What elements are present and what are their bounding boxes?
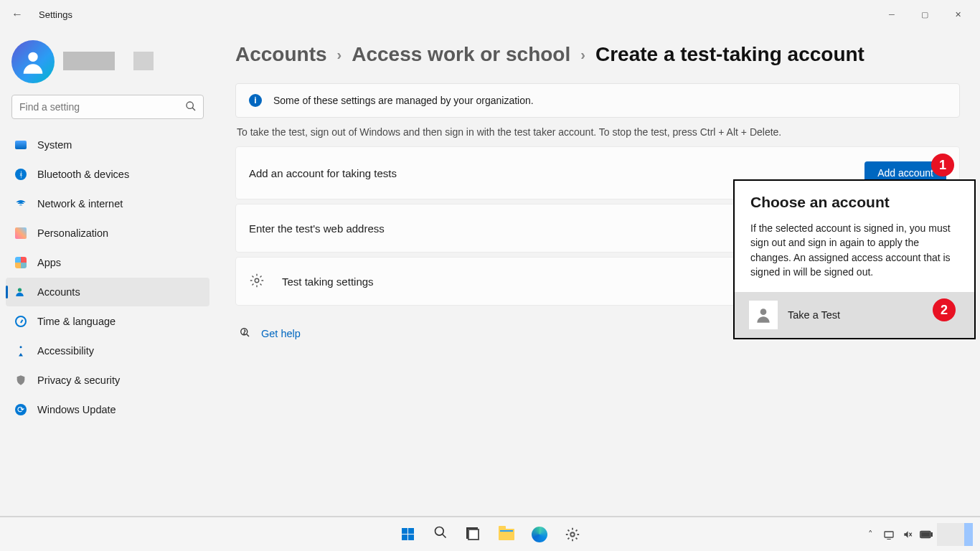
- back-button[interactable]: ←: [6, 8, 29, 21]
- svg-line-2: [192, 108, 195, 110]
- task-view-button[interactable]: [459, 520, 488, 549]
- search-input[interactable]: [11, 95, 204, 119]
- svg-point-4: [20, 346, 22, 348]
- sidebar-item-personalization[interactable]: Personalization: [6, 219, 209, 248]
- org-managed-text: Some of these settings are managed by yo…: [273, 95, 534, 106]
- edge-button[interactable]: [525, 520, 554, 549]
- folder-icon: [499, 529, 514, 540]
- monitor-icon: [14, 138, 27, 151]
- breadcrumb-access-work-school[interactable]: Access work or school: [352, 43, 570, 66]
- svg-point-8: [760, 309, 767, 316]
- profile-block[interactable]: [6, 34, 209, 95]
- svg-line-10: [443, 534, 446, 538]
- breadcrumb-accounts[interactable]: Accounts: [235, 43, 327, 66]
- svg-point-0: [28, 52, 37, 62]
- svg-rect-12: [885, 532, 893, 537]
- edge-icon: [532, 527, 547, 542]
- window-title: Settings: [39, 9, 72, 20]
- svg-point-5: [255, 278, 259, 283]
- gear-icon: [249, 273, 265, 291]
- org-managed-banner: i Some of these settings are managed by …: [235, 83, 960, 118]
- instructions-text: To take the test, sign out of Windows an…: [237, 126, 960, 138]
- sidebar-item-system[interactable]: System: [6, 131, 209, 159]
- brush-icon: [14, 227, 27, 240]
- wifi-icon: [14, 197, 27, 210]
- bluetooth-icon: ᚼ: [14, 168, 27, 181]
- search-icon: [185, 100, 197, 114]
- annotation-badge-2: 2: [933, 298, 956, 321]
- chevron-right-icon: ›: [337, 47, 342, 63]
- accounts-icon: [14, 286, 27, 298]
- popup-description: If the selected account is signed in, yo…: [750, 221, 960, 279]
- network-tray-icon[interactable]: [881, 527, 897, 542]
- sidebar-item-apps[interactable]: Apps: [6, 248, 209, 277]
- close-button[interactable]: ✕: [941, 3, 974, 26]
- sidebar-item-update[interactable]: ⟳Windows Update: [6, 395, 209, 424]
- sidebar-item-accessibility[interactable]: Accessibility: [6, 336, 209, 365]
- sidebar: System ᚼBluetooth & devices Network & in…: [0, 29, 215, 522]
- sidebar-item-time[interactable]: Time & language: [6, 307, 209, 336]
- test-settings-label: Test taking settings: [282, 276, 374, 288]
- svg-point-11: [570, 532, 575, 537]
- svg-point-7: [244, 334, 245, 334]
- annotation-badge-1: 1: [931, 154, 954, 176]
- svg-rect-17: [921, 532, 929, 537]
- start-button[interactable]: [393, 520, 422, 549]
- update-icon: ⟳: [14, 403, 27, 416]
- sidebar-item-accounts[interactable]: Accounts: [6, 278, 209, 306]
- search-icon: [433, 525, 448, 543]
- chevron-right-icon: ›: [580, 47, 585, 63]
- breadcrumb: Accounts › Access work or school › Creat…: [235, 43, 960, 66]
- account-avatar-icon: [749, 301, 778, 329]
- gear-icon: [565, 527, 580, 542]
- sidebar-item-network[interactable]: Network & internet: [6, 189, 209, 218]
- web-address-label: Enter the test's web address: [249, 222, 385, 235]
- apps-icon: [14, 256, 27, 269]
- sidebar-item-privacy[interactable]: Privacy & security: [6, 366, 209, 395]
- tray-overflow-icon[interactable]: ˄: [862, 527, 878, 542]
- user-name-redacted: [63, 52, 207, 72]
- taskbar: ˄: [0, 517, 980, 551]
- minimize-button[interactable]: ─: [875, 3, 908, 26]
- svg-point-9: [435, 527, 444, 536]
- help-icon: [238, 326, 251, 341]
- window-controls: ─ ▢ ✕: [875, 3, 974, 26]
- windows-icon: [402, 528, 414, 540]
- settings-taskbar-button[interactable]: [558, 520, 587, 549]
- maximize-button[interactable]: ▢: [908, 3, 941, 26]
- volume-tray-icon[interactable]: [900, 527, 915, 542]
- add-account-label: Add an account for taking tests: [249, 167, 397, 179]
- account-name: Take a Test: [788, 309, 840, 321]
- info-icon: i: [249, 94, 262, 107]
- file-explorer-button[interactable]: [492, 520, 521, 549]
- system-tray[interactable]: ˄: [862, 523, 973, 546]
- clock-area[interactable]: [937, 523, 973, 546]
- page-title: Create a test-taking account: [595, 43, 864, 66]
- svg-rect-16: [931, 532, 933, 536]
- nav-list: System ᚼBluetooth & devices Network & in…: [6, 131, 209, 424]
- taskbar-search[interactable]: [426, 520, 455, 549]
- sidebar-item-bluetooth[interactable]: ᚼBluetooth & devices: [6, 160, 209, 189]
- svg-point-1: [187, 102, 193, 108]
- search-wrap: [6, 95, 209, 119]
- svg-point-3: [18, 288, 22, 291]
- clock-icon: [14, 315, 27, 328]
- popup-title: Choose an account: [750, 194, 960, 211]
- user-avatar-icon: [11, 40, 55, 83]
- battery-tray-icon[interactable]: [918, 527, 934, 542]
- task-view-icon: [468, 529, 479, 540]
- get-help-link[interactable]: Get help: [261, 328, 301, 339]
- accessibility-icon: [14, 344, 27, 357]
- shield-icon: [14, 374, 27, 387]
- titlebar: ← Settings ─ ▢ ✕: [0, 0, 980, 29]
